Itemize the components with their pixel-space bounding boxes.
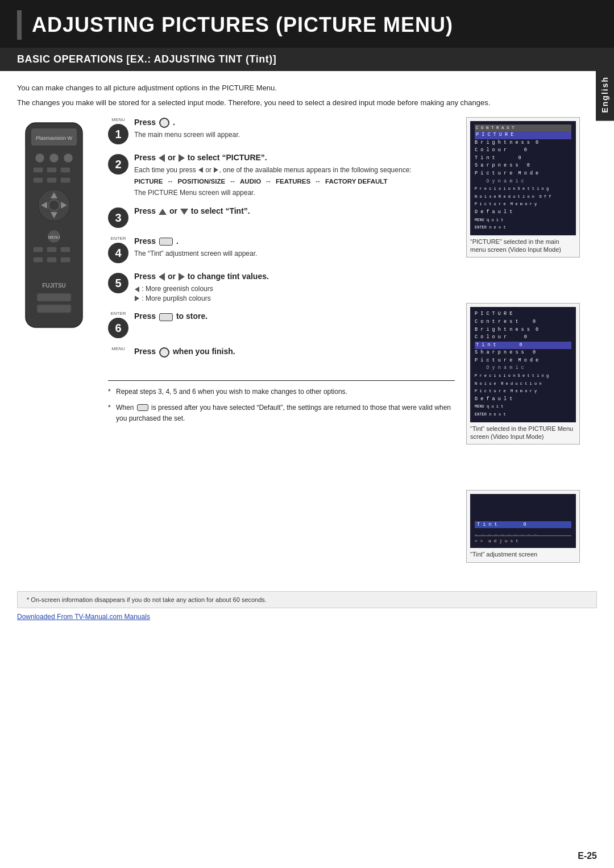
page-number: E-25 [578,851,597,861]
right-arrow-icon-5 [179,273,185,281]
step-4: ENTER 4 Press . The “Tint” adjustment sc… [108,236,455,263]
intro-line1: You can make changes to all picture adju… [17,82,580,94]
step-1: MENU 1 Press . The main menu screen will… [108,117,455,144]
svg-rect-24 [33,257,43,263]
screen1-line-brightness: B r i g h t n e s s 0 [475,140,538,146]
final-step: MENU Press when you finish. [108,346,455,372]
svg-rect-6 [33,167,43,173]
enter-btn-note-icon [137,404,148,411]
menu-button-icon [159,118,169,128]
screen-1-content: C O N T R A S T P I C T U R E B r i g h … [470,121,576,235]
step-2-menu-line: The PICTURE Menu screen will appear. [134,188,455,198]
step-2-circle: 2 [108,154,128,175]
footer-link[interactable]: Downloaded From TV-Manual.com Manuals [0,613,614,621]
screen1-line-precision: P r e c i s i o n S e t t i n g [475,186,549,191]
screen1-line-picturemode: P i c t u r e M o d e [475,171,538,176]
menu-seq-arrow3: ↔ [265,178,272,185]
step-1-number-wrap: MENU 1 [108,117,128,144]
screen1-line-contrast: C O N T R A S T [475,124,571,131]
step-1-content: Press . The main menu screen will appear… [134,117,455,139]
enter-button-icon-6 [159,313,173,321]
menu-seq-arrow2: ↔ [229,178,236,185]
step-6: ENTER 6 Press to store. [108,311,455,338]
purple-arrow-icon [135,296,139,301]
screen1-line-menu: MENU q u i t [475,218,503,222]
down-arrow-icon [180,209,188,215]
screenshot-1: C O N T R A S T P I C T U R E B r i g h … [466,117,580,258]
screen2-line-menu: MENU q u i t [475,404,503,409]
step-5-title: Press or to change tint values. [134,271,455,283]
left-arrow-small-icon [198,167,203,173]
steps-column: MENU 1 Press . The main menu screen will… [108,117,455,568]
screen2-line-enter: ENTER n e x t [475,412,506,417]
final-step-label-above: MENU [111,346,125,351]
svg-point-18 [49,200,59,210]
footer-note-text: * On-screen information disappears if yo… [27,596,267,603]
intro-line2: The changes you make will be stored for … [17,97,580,109]
svg-rect-8 [60,167,70,173]
step-1-circle: 1 [108,124,128,144]
step-2-number-wrap: 2 [108,152,128,175]
svg-point-3 [35,153,44,163]
step-4-title: Press . [134,236,455,247]
svg-rect-29 [37,305,71,313]
screen2-line-colour: C o l o u r 0 [475,334,527,340]
main-layout: Plasmavision W [17,117,580,568]
divider [108,380,455,381]
remote-control-image: Plasmavision W [17,117,91,333]
note-2: When is pressed after you have selected … [108,402,455,424]
menu-seq-arrow4: ↔ [314,178,321,185]
tint-screen: T i n t 0 _ _ _ _ _ _ _ _ _ _ < > a d j … [470,494,576,548]
svg-rect-9 [33,177,43,183]
step-1-label-above: MENU [111,117,125,122]
screen2-line-precision: P r e c i s i o n S e t t i n g [475,373,549,378]
up-arrow-icon [159,209,167,215]
step-5-circle: 5 [108,273,128,293]
remote-column: Plasmavision W [17,117,97,568]
footer-note: * On-screen information disappears if yo… [17,591,597,608]
screen2-line-dynamic: D y n a m i c [475,365,524,371]
screen2-line-brightness: B r i g h t n e s s 0 [475,327,538,333]
step-3-number-wrap: 3 [108,206,128,228]
step-6-circle: 6 [108,318,128,338]
screenshot-1-caption: “PICTURE” selected in the main menu scre… [470,238,576,254]
enter-button-icon [159,238,173,246]
svg-rect-25 [47,257,57,263]
svg-rect-10 [47,177,57,183]
step-2-desc: Each time you press or , one of the avai… [134,165,455,175]
green-arrow-icon [135,286,139,292]
screen1-line-picture: P I C T U R E [475,131,571,139]
screen2-line-picmem: P i c t u r e M e m o r y [475,389,537,393]
svg-rect-21 [33,247,43,252]
screenshot-3-caption: “Tint” adjustment screen [470,550,576,558]
step-4-content: Press . The “Tint” adjustment screen wil… [134,236,455,258]
screen2-line-default: D e f a u l t [475,396,512,402]
step-1-desc: The main menu screen will appear. [134,130,455,140]
screen2-line-tint: T i n t 0 [475,342,571,350]
page-title: ADJUSTING PICTURES (PICTURE MENU) [32,13,453,37]
menu-seq-possize: POSITION/SIZE [177,178,225,185]
screenshot-2-caption: “Tint” selected in the PICTURE Menu scre… [470,425,576,441]
menu-seq-arrow1: ↔ [167,178,174,185]
step-5-number-wrap: 5 [108,271,128,293]
step-3-title: Press or to select “Tint”. [134,206,455,217]
svg-rect-7 [47,167,57,173]
svg-rect-28 [37,293,71,301]
screen2-line-contrast: C o n t r e s t 0 [475,319,536,325]
right-arrow-small-icon [214,167,218,173]
screen1-line-colour: C o l o u r 0 [475,147,527,153]
screen1-line-picmem: P i c t u r e M e m o r y [475,202,537,206]
svg-rect-26 [60,257,70,263]
title-bar: ADJUSTING PICTURES (PICTURE MENU) [0,0,614,48]
svg-rect-22 [47,247,57,252]
left-arrow-icon [159,154,165,162]
step-5-content: Press or to change tint values. : More g… [134,271,455,303]
menu-circle-icon-final [159,347,169,358]
final-step-content: Press when you finish. [134,346,455,359]
notes-section: Repeat steps 3, 4, 5 and 6 when you wish… [108,387,455,424]
tint-screen-spacer [475,499,571,521]
step-3-content: Press or to select “Tint”. [134,206,455,219]
step-3-circle: 3 [108,207,128,228]
left-arrow-icon-5 [159,273,165,281]
final-step-title: Press when you finish. [134,346,455,358]
